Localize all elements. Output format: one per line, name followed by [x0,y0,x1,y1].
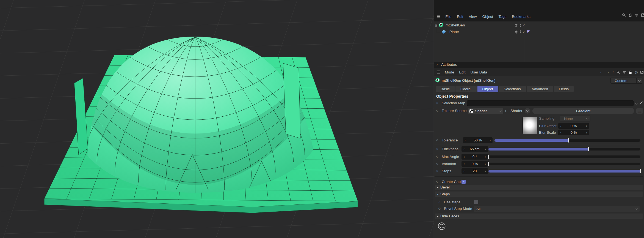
param-diamond-icon[interactable]: ◇ [438,200,441,203]
back-icon[interactable]: ← [599,70,603,74]
slider-handle[interactable] [588,147,589,151]
menu-edit[interactable]: Edit [459,70,465,74]
spin-decrement[interactable]: ‹ [560,124,561,128]
bevel-step-mode-dropdown[interactable]: All [474,206,640,212]
detach-panel-icon[interactable] [641,13,644,17]
tolerance-spin[interactable]: ‹ 50 % › [463,137,493,143]
menu-bookmarks[interactable]: Bookmarks [512,15,530,19]
param-diamond-icon[interactable]: ◇ [436,155,438,158]
filter-icon[interactable] [635,13,639,17]
lock-icon[interactable] [629,70,632,74]
tab-selections[interactable]: Selections [499,86,526,92]
steps-value[interactable]: 20 [473,169,477,173]
tree-item-label[interactable]: Plane [449,30,459,34]
steps-spin[interactable]: ‹ 20 › [461,168,488,174]
preset-dropdown[interactable]: Custom [610,78,642,84]
spin-increment[interactable]: › [586,124,587,128]
tab-object[interactable]: Object [477,86,498,92]
group-hide-faces[interactable]: ▸ Hide Faces [435,214,643,219]
filter-icon[interactable] [623,70,626,74]
hamburger-icon[interactable]: ☰ [437,14,440,19]
tolerance-slider[interactable] [494,139,640,142]
param-diamond-icon[interactable]: ◇ [436,162,438,165]
search-icon[interactable] [617,70,620,74]
param-diamond-icon[interactable]: ◇ [436,109,438,112]
layer-icon[interactable] [514,30,518,34]
blur-scale-value[interactable]: 0 % [571,130,577,135]
blur-scale-spin[interactable]: ‹ 0 % › [558,130,589,135]
slider-handle[interactable] [488,155,489,159]
max-angle-value[interactable]: 0 ° [472,155,477,159]
blur-offset-spin[interactable]: ‹ 0 % › [558,123,589,129]
tab-coord[interactable]: Coord. [455,86,477,92]
menu-view[interactable]: View [469,15,477,19]
spin-decrement[interactable]: ‹ [465,138,466,142]
gradient-shader-button[interactable]: Gradient [532,108,634,114]
group-steps[interactable]: ▾ Steps [435,192,643,197]
visibility-dots-icon[interactable] [519,23,521,27]
tab-advanced[interactable]: Advanced [527,86,553,92]
menu-mode[interactable]: Mode [445,70,454,74]
enabled-check-icon[interactable]: ✓ [523,23,525,27]
param-diamond-icon[interactable]: ◇ [436,169,438,172]
spin-increment[interactable]: › [586,130,587,135]
param-diamond-icon[interactable]: ◇ [436,101,438,104]
tree-item-label[interactable]: mtShellGen [446,23,465,27]
menu-object[interactable]: Object [482,15,493,19]
spin-increment[interactable]: › [485,162,486,166]
search-icon[interactable] [622,13,626,17]
detach-panel-icon[interactable] [640,70,644,74]
max-angle-slider[interactable] [488,155,640,158]
tab-basic[interactable]: Basic [436,86,455,92]
forward-icon[interactable]: → [606,70,610,74]
phong-tag-icon[interactable] [526,29,531,34]
thickness-value[interactable]: 65 cm [470,147,479,151]
chevron-down-icon[interactable] [635,102,638,105]
viewport[interactable] [0,0,434,238]
param-diamond-icon[interactable]: ◇ [436,180,438,183]
attributes-tab-title[interactable]: Attributes [441,62,457,67]
tree-row-mtshellgen[interactable]: − mtShellGen ✓ [434,22,644,29]
steps-slider[interactable] [488,170,640,173]
reset-rotate-icon[interactable] [437,222,446,231]
tree-row-plane[interactable]: Plane ✓ [434,29,644,35]
spin-increment[interactable]: › [485,155,486,159]
menu-user-data[interactable]: User Data [471,70,487,74]
spin-increment[interactable]: › [485,169,486,173]
tolerance-value[interactable]: 50 % [474,138,482,142]
menu-tags[interactable]: Tags [499,15,507,19]
tree-collapse-icon[interactable]: − [435,24,437,27]
variation-value[interactable]: 0 % [472,162,478,166]
max-angle-spin[interactable]: ‹ 0 ° › [461,154,488,160]
home-icon[interactable] [628,13,632,17]
create-cap-checkbox[interactable]: ✓ [461,180,466,184]
use-steps-checkbox[interactable]: ✓ [474,200,478,204]
viewport-canvas[interactable] [0,0,434,238]
spin-decrement[interactable]: ‹ [463,169,465,173]
slider-handle[interactable] [568,138,569,143]
visibility-dots-icon[interactable] [519,30,521,34]
spin-decrement[interactable]: ‹ [463,147,465,151]
param-diamond-icon[interactable]: ◇ [436,147,438,150]
thickness-slider[interactable] [488,148,640,151]
target-icon[interactable]: ◎ [635,70,638,74]
variation-spin[interactable]: ‹ 0 % › [461,161,488,167]
param-diamond-icon[interactable]: ◇ [436,138,438,141]
tab-fields[interactable]: Fields [554,86,574,92]
group-bevel[interactable]: ▸ Bevel [435,185,643,190]
up-icon[interactable]: ↑ [612,70,614,74]
more-button[interactable]: ... [636,108,643,114]
hamburger-icon[interactable]: ☰ [437,70,440,74]
blur-offset-value[interactable]: 0 % [571,124,577,128]
spin-increment[interactable]: › [490,138,491,142]
enabled-check-icon[interactable]: ✓ [523,30,525,34]
shader-options-button[interactable] [525,108,530,114]
menu-file[interactable]: File [446,15,452,19]
spin-decrement[interactable]: ‹ [463,155,465,159]
thickness-spin[interactable]: ‹ 65 cm › [461,146,488,152]
spin-decrement[interactable]: ‹ [463,162,465,166]
selection-map-field[interactable] [467,100,634,106]
slider-handle[interactable] [488,162,489,166]
slider-handle[interactable] [640,169,641,173]
variation-slider[interactable] [488,163,640,165]
